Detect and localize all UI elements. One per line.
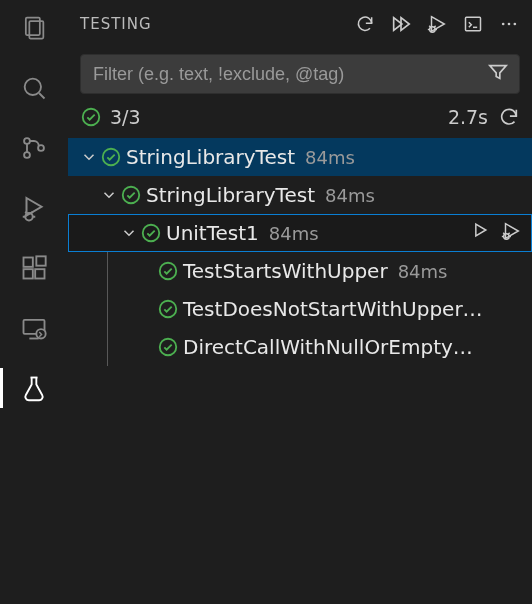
- tree-duration: 84ms: [269, 223, 319, 244]
- svg-point-31: [508, 23, 511, 26]
- svg-point-35: [123, 187, 140, 204]
- tree-row[interactable]: StringLibraryTest 84ms: [68, 176, 532, 214]
- testing-panel: TESTING: [68, 0, 532, 604]
- svg-point-5: [24, 152, 30, 158]
- panel-header-actions: [354, 13, 520, 35]
- tree-label: StringLibraryTest: [146, 183, 315, 207]
- summary-right: 2.7s: [448, 106, 520, 128]
- pass-icon: [157, 336, 179, 358]
- svg-point-36: [143, 225, 160, 242]
- svg-line-12: [31, 212, 33, 214]
- source-control-icon[interactable]: [18, 132, 50, 164]
- refresh-icon[interactable]: [354, 13, 376, 35]
- run-all-icon[interactable]: [390, 13, 412, 35]
- more-icon[interactable]: [498, 13, 520, 35]
- summary-row: 3/3 2.7s: [68, 104, 532, 138]
- search-icon[interactable]: [18, 72, 50, 104]
- svg-point-34: [103, 149, 120, 166]
- tree-duration: 84ms: [325, 185, 375, 206]
- filter-funnel-icon[interactable]: [487, 61, 509, 87]
- svg-marker-38: [506, 224, 519, 239]
- tree-label: TestStartsWithUpper: [183, 259, 388, 283]
- pass-icon: [140, 222, 162, 244]
- debug-all-icon[interactable]: [426, 13, 448, 35]
- row-actions: [470, 220, 522, 246]
- tree-row-root[interactable]: StringLibraryTest 84ms: [68, 138, 532, 176]
- svg-point-46: [160, 339, 177, 356]
- pass-icon: [100, 146, 122, 168]
- chevron-down-icon[interactable]: [98, 186, 120, 204]
- svg-rect-28: [466, 17, 481, 30]
- extensions-icon[interactable]: [18, 252, 50, 284]
- svg-rect-13: [24, 258, 33, 267]
- svg-rect-15: [35, 269, 44, 278]
- svg-point-4: [24, 138, 30, 144]
- pass-icon: [157, 298, 179, 320]
- pass-icon: [157, 260, 179, 282]
- chevron-down-icon[interactable]: [118, 224, 140, 242]
- svg-point-33: [83, 109, 100, 126]
- svg-line-27: [434, 26, 435, 27]
- tree-row-leaf[interactable]: TestDoesNotStartWithUpper…: [68, 290, 532, 328]
- tree-duration: 84ms: [305, 147, 355, 168]
- svg-point-30: [502, 23, 505, 26]
- svg-rect-16: [36, 256, 45, 265]
- test-tree: StringLibraryTest 84ms StringLibraryTest…: [68, 138, 532, 604]
- output-panel-icon[interactable]: [462, 13, 484, 35]
- tree-label: StringLibraryTest: [126, 145, 295, 169]
- run-debug-icon[interactable]: [18, 192, 50, 224]
- chevron-down-icon[interactable]: [78, 148, 100, 166]
- tree-row-leaf[interactable]: DirectCallWithNullOrEmpty…: [68, 328, 532, 366]
- svg-line-42: [503, 233, 504, 234]
- svg-rect-14: [24, 269, 33, 278]
- debug-test-icon[interactable]: [500, 220, 522, 246]
- tree-row-selected[interactable]: UnitTest1 84ms: [68, 214, 532, 252]
- tree-label: UnitTest1: [166, 221, 259, 245]
- filter-container: [68, 48, 532, 104]
- explorer-icon[interactable]: [18, 12, 50, 44]
- run-test-icon[interactable]: [470, 220, 490, 246]
- tree-duration: 84ms: [398, 261, 448, 282]
- filter-input[interactable]: [91, 63, 477, 86]
- svg-marker-22: [432, 17, 445, 32]
- summary-left: 3/3: [80, 106, 141, 128]
- testing-icon[interactable]: [18, 372, 50, 404]
- svg-marker-37: [476, 224, 486, 236]
- svg-point-6: [38, 145, 44, 151]
- remote-icon[interactable]: [18, 312, 50, 344]
- summary-count: 3/3: [110, 106, 141, 128]
- svg-line-43: [508, 233, 509, 234]
- svg-point-2: [25, 79, 41, 95]
- filter-box: [80, 54, 520, 94]
- tree-label: TestDoesNotStartWithUpper…: [183, 297, 483, 321]
- refresh-summary-icon[interactable]: [498, 106, 520, 128]
- summary-time: 2.7s: [448, 106, 488, 128]
- activity-bar: [0, 0, 68, 604]
- pass-summary-icon: [80, 106, 102, 128]
- tree-row-leaf[interactable]: TestStartsWithUpper 84ms: [68, 252, 532, 290]
- tree-label: DirectCallWithNullOrEmpty…: [183, 335, 473, 359]
- svg-line-11: [25, 212, 27, 214]
- panel-header: TESTING: [68, 0, 532, 48]
- svg-point-32: [514, 23, 517, 26]
- svg-line-26: [429, 26, 430, 27]
- svg-line-3: [39, 93, 44, 98]
- pass-icon: [120, 184, 142, 206]
- svg-point-44: [160, 263, 177, 280]
- panel-title: TESTING: [80, 15, 348, 33]
- svg-point-45: [160, 301, 177, 318]
